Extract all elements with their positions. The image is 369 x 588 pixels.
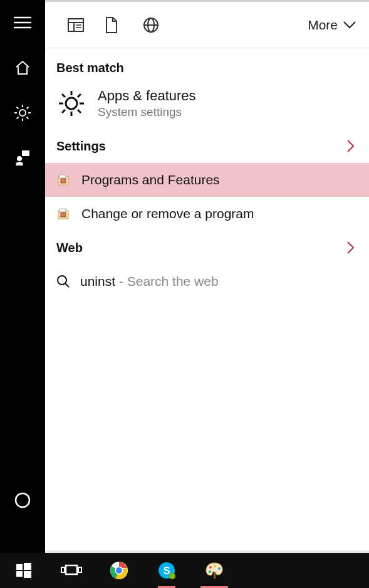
- svg-text:S: S: [164, 565, 170, 576]
- settings-category-row[interactable]: Settings: [45, 129, 369, 163]
- web-category-label: Web: [56, 241, 83, 255]
- svg-point-3: [19, 110, 26, 116]
- gear-icon: [56, 88, 86, 118]
- svg-rect-32: [16, 564, 23, 570]
- svg-point-13: [17, 156, 22, 161]
- svg-point-47: [218, 567, 221, 570]
- svg-rect-33: [24, 563, 31, 570]
- settings-gear-icon[interactable]: [0, 90, 45, 135]
- svg-point-45: [209, 566, 212, 569]
- chevron-right-icon: [346, 241, 355, 255]
- best-match-result[interactable]: Apps & features System settings: [45, 81, 369, 129]
- settings-result-change-or-remove[interactable]: Change or remove a program: [45, 197, 369, 231]
- cortana-icon[interactable]: [0, 478, 45, 523]
- filter-apps-icon[interactable]: [68, 2, 105, 48]
- svg-line-10: [27, 107, 29, 109]
- svg-rect-26: [61, 179, 66, 183]
- web-query-text: uninst: [80, 274, 115, 288]
- start-menu-rail: [0, 0, 45, 588]
- svg-line-8: [17, 107, 19, 109]
- result-label: Change or remove a program: [81, 206, 254, 221]
- taskbar-app-chrome[interactable]: [95, 553, 143, 588]
- svg-rect-35: [24, 571, 31, 578]
- programs-folder-icon: [56, 174, 70, 186]
- taskbar: S: [0, 553, 369, 588]
- settings-result-programs-and-features[interactable]: Programs and Features: [45, 163, 369, 197]
- best-match-label: Best match: [45, 48, 369, 81]
- programs-folder-icon: [56, 207, 70, 220]
- chevron-down-icon: [343, 21, 356, 29]
- hamburger-icon[interactable]: [0, 0, 45, 45]
- svg-rect-28: [60, 209, 66, 212]
- svg-point-44: [169, 573, 175, 579]
- more-label: More: [308, 18, 338, 33]
- home-icon[interactable]: [0, 45, 45, 90]
- svg-rect-25: [60, 175, 66, 178]
- svg-point-41: [116, 567, 122, 574]
- taskbar-app-skype[interactable]: S: [143, 553, 190, 588]
- taskbar-app-paint[interactable]: [190, 553, 238, 588]
- task-view-button[interactable]: [48, 553, 95, 588]
- svg-line-31: [65, 283, 69, 287]
- web-search-result[interactable]: uninst - Search the web: [45, 265, 369, 298]
- search-results-panel: More Best match Apps & features System s…: [45, 0, 369, 588]
- settings-category-label: Settings: [56, 139, 106, 154]
- svg-point-48: [209, 570, 211, 573]
- search-icon: [56, 275, 70, 288]
- feedback-person-icon[interactable]: [0, 135, 45, 181]
- chevron-right-icon: [346, 139, 355, 153]
- start-button[interactable]: [0, 553, 48, 588]
- svg-rect-37: [61, 567, 65, 572]
- result-label: Programs and Features: [81, 172, 220, 187]
- svg-rect-38: [78, 567, 81, 572]
- web-category-row[interactable]: Web: [45, 231, 369, 265]
- filter-web-icon[interactable]: [143, 2, 180, 48]
- svg-rect-34: [16, 571, 23, 577]
- filter-header: More: [45, 2, 369, 48]
- svg-point-30: [58, 276, 66, 285]
- filter-documents-icon[interactable]: [105, 2, 143, 48]
- best-match-title: Apps & features: [98, 88, 196, 104]
- best-match-text: Apps & features System settings: [98, 88, 196, 119]
- svg-line-11: [17, 117, 19, 119]
- best-match-subtitle: System settings: [98, 105, 196, 119]
- svg-point-14: [16, 493, 29, 507]
- svg-rect-49: [214, 572, 216, 579]
- svg-point-46: [214, 565, 216, 567]
- svg-point-23: [66, 98, 77, 109]
- svg-rect-29: [61, 213, 66, 217]
- svg-rect-12: [22, 150, 29, 156]
- web-query-suffix: - Search the web: [115, 274, 219, 288]
- more-filters-button[interactable]: More: [308, 18, 356, 33]
- svg-line-9: [27, 117, 29, 119]
- svg-rect-36: [66, 565, 77, 574]
